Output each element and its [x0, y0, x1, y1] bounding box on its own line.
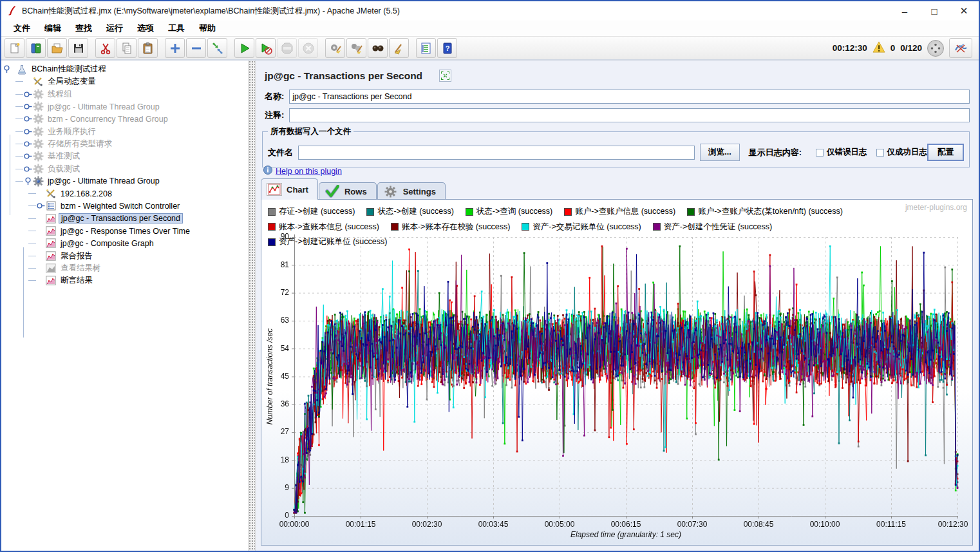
menu-item-3[interactable]: 运行 [99, 21, 130, 35]
menu-item-5[interactable]: 工具 [161, 21, 192, 35]
chart-pink-icon [45, 251, 57, 261]
tree-item-store-all-requests[interactable]: 存储所有类型请求 [1, 138, 248, 150]
tree-connector [28, 231, 36, 231]
write-results-group-title: 所有数据写入一个文件 [268, 126, 353, 137]
tree-item-load-test[interactable]: 负载测试 [1, 162, 248, 175]
tree-toggle-collapsed-icon[interactable] [24, 140, 32, 148]
toolbar-expand-all-button[interactable] [165, 38, 185, 58]
tree-toggle-collapsed-icon[interactable] [24, 91, 32, 98]
tree-item-weighted-switch[interactable]: bzm - Weighted Switch Controller [1, 200, 248, 212]
comment-input[interactable] [289, 108, 970, 122]
tree-connector [15, 131, 23, 132]
toolbar-copy-button[interactable] [117, 38, 137, 58]
toolbar-search-button[interactable] [368, 38, 388, 58]
tree-connector [28, 256, 36, 256]
tab-chart-icon [267, 183, 282, 196]
browse-button[interactable]: 浏览... [700, 144, 739, 161]
tree-item-global-variables[interactable]: 全局动态变量 [1, 75, 248, 88]
tree-toggle-collapsed-icon[interactable] [24, 115, 32, 122]
toolbar-toggle-button[interactable] [207, 38, 227, 58]
tree-item-business-sequence[interactable]: 业务顺序执行 [1, 125, 248, 137]
menu-item-0[interactable]: 文件 [6, 21, 37, 35]
tree-connector [15, 119, 23, 119]
toolbar-cut-button[interactable] [95, 38, 115, 58]
filename-input[interactable] [298, 146, 695, 160]
tree-item-ultimate-thread-group-2[interactable]: jp@gc - Ultimate Thread Group [1, 175, 248, 187]
toolbar-new-button[interactable] [5, 38, 24, 58]
warning-icon[interactable] [872, 41, 885, 55]
menu-item-6[interactable]: 帮助 [192, 21, 223, 35]
tab-chart[interactable]: Chart [261, 178, 318, 200]
maximize-button[interactable]: □ [919, 1, 949, 21]
tree-toggle-expanded-icon[interactable] [24, 177, 32, 186]
legend-label: 存证->创建 (success) [279, 205, 355, 218]
tree-item-host-192-168-2-208[interactable]: 192.168.2.208 [1, 187, 248, 200]
error-count: 0 [890, 43, 896, 53]
tree-connector [15, 144, 23, 144]
legend-item: 状态->查询 (success) [466, 205, 552, 218]
success-only-checkbox-box[interactable] [876, 149, 884, 157]
tree-item-label: 业务顺序执行 [46, 126, 98, 137]
close-button[interactable]: ✕ [949, 1, 979, 21]
maximize-panel-icon[interactable] [439, 70, 451, 82]
tree-item-transactions-per-second[interactable]: jp@gc - Transactions per Second [1, 213, 248, 225]
help-on-plugin-link[interactable]: Help on this plugin [276, 167, 342, 176]
toolbar-start-button[interactable] [234, 38, 254, 58]
tree-toggle-collapsed-icon[interactable] [24, 166, 32, 173]
split-pane-divider[interactable] [248, 61, 256, 551]
errors-only-label: 仅错误日志 [827, 147, 867, 158]
tree-item-composite-graph[interactable]: jp@gc - Composite Graph [1, 237, 248, 249]
tree-item-thread-group[interactable]: 线程组 [1, 88, 248, 100]
tree-connector [28, 280, 36, 281]
tree-toggle-collapsed-icon[interactable] [24, 128, 32, 135]
jmeter-logo-icon[interactable] [949, 38, 972, 58]
toolbar-start-no-timers-button[interactable] [256, 38, 276, 58]
tab-rows[interactable]: Rows [319, 182, 377, 200]
errors-only-checkbox[interactable]: 仅错误日志 [816, 147, 867, 158]
legend-swatch [466, 208, 473, 216]
toolbar-help-button[interactable]: ? [437, 38, 457, 58]
tree-item-assertion-results[interactable]: 断言结果 [1, 274, 248, 287]
tree-toggle-expanded-icon[interactable] [3, 65, 11, 73]
chart-pink-icon [45, 214, 57, 224]
toolbar-collapse-all-button[interactable] [186, 38, 206, 58]
tree-item-baseline-test[interactable]: 基准测试 [1, 150, 248, 162]
tree-item-test-plan[interactable]: BChain性能测试过程 [1, 63, 248, 75]
tree-item-label: 基准测试 [46, 151, 82, 162]
name-label: 名称: [265, 91, 284, 102]
success-only-checkbox[interactable]: 仅成功日志 [876, 147, 928, 158]
gear-gray-icon [32, 164, 44, 175]
chart-pink-icon [45, 238, 57, 248]
tree-toggle-collapsed-icon[interactable] [37, 202, 45, 209]
menu-item-4[interactable]: 选项 [130, 21, 161, 35]
tools-icon [45, 189, 57, 199]
toolbar-clear-search-button[interactable] [389, 38, 409, 58]
tree-connector [28, 268, 36, 269]
toolbar-save-button[interactable] [68, 38, 88, 58]
toolbar-function-helper-button[interactable] [416, 38, 436, 58]
tab-settings[interactable]: Settings [377, 182, 446, 200]
name-input[interactable] [289, 90, 970, 104]
toolbar-open-button[interactable] [47, 38, 67, 58]
menu-item-2[interactable]: 查找 [68, 21, 99, 35]
tree-item-view-results-tree[interactable]: 查看结果树 [1, 262, 248, 274]
menu-item-1[interactable]: 编辑 [37, 21, 68, 35]
tree-item-aggregate-report[interactable]: 聚合报告 [1, 249, 248, 262]
toolbar-clear-button[interactable] [325, 38, 345, 58]
errors-only-checkbox-box[interactable] [816, 149, 824, 157]
legend-item: 账户->查账户状态(某token/nft) (success) [687, 205, 843, 218]
tree-toggle-collapsed-icon[interactable] [24, 103, 32, 110]
tree-toggle-collapsed-icon[interactable] [24, 153, 32, 160]
toolbar-clear-all-button[interactable] [346, 38, 366, 58]
tree-item-ultimate-thread-group-1[interactable]: jp@gc - Ultimate Thread Group [1, 100, 248, 113]
legend-swatch [391, 223, 399, 231]
tree-item-response-times-over-time[interactable]: jp@gc - Response Times Over Time [1, 225, 248, 237]
tab-gear-icon [383, 185, 399, 198]
configure-button[interactable]: 配置 [927, 144, 964, 161]
toolbar-paste-button[interactable] [138, 38, 158, 58]
tree-item-concurrency-thread-group[interactable]: bzm - Concurrency Thread Group [1, 113, 248, 125]
thread-status-icon[interactable] [927, 40, 944, 57]
legend-label: 账户->查账户状态(某token/nft) (success) [698, 205, 843, 218]
minimize-button[interactable]: – [890, 1, 919, 21]
toolbar-templates-button[interactable] [26, 38, 46, 58]
